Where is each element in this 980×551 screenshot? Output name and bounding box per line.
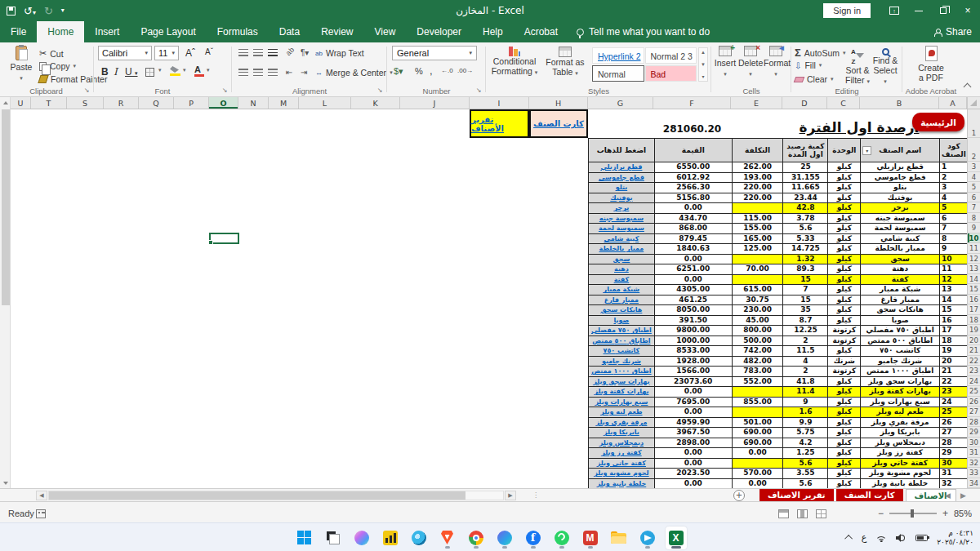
- column-header-L[interactable]: L: [299, 97, 351, 109]
- bold-button[interactable]: B: [99, 66, 111, 78]
- column-header-J[interactable]: J: [400, 97, 470, 109]
- taskbar-icon-whatsapp[interactable]: [551, 527, 572, 549]
- cell-go-link[interactable]: كاتشب ٧٥٠: [588, 346, 654, 357]
- row-header-25[interactable]: 25: [968, 386, 980, 397]
- cell-go-link[interactable]: اطاباق ٥٠٠ ممتص: [588, 336, 654, 347]
- cell-go-link[interactable]: ديمجلاس ويلز: [588, 438, 654, 449]
- row-header-11[interactable]: 11: [968, 243, 980, 254]
- row-header-14[interactable]: 14: [968, 274, 980, 285]
- column-header-T[interactable]: T: [31, 97, 67, 109]
- conditional-formatting-button[interactable]: ConditionalFormatting ▾: [489, 46, 540, 76]
- paste-button[interactable]: Paste▾: [3, 46, 39, 82]
- new-sheet-button[interactable]: +: [733, 490, 745, 501]
- align-top-icon[interactable]: [238, 49, 248, 56]
- scroll-up-icon[interactable]: [0, 97, 11, 108]
- row-header-33[interactable]: 33: [968, 468, 980, 478]
- cut-button[interactable]: ✂Cut: [39, 48, 64, 59]
- item-card-link-cell[interactable]: كارت الصنف: [529, 109, 588, 138]
- increase-indent-icon[interactable]: ⇥: [301, 68, 307, 77]
- insert-cells-button[interactable]: + Insert▾: [713, 46, 737, 78]
- row-header-20[interactable]: 20: [968, 335, 980, 346]
- cell-go-link[interactable]: خلطة بانية ويلز: [588, 479, 654, 489]
- row-header-13[interactable]: 13: [968, 264, 980, 274]
- cell-style-hyperlink-2[interactable]: Hyperlink 2: [592, 47, 644, 64]
- cell-style-normal[interactable]: Normal: [592, 65, 644, 82]
- restore-button[interactable]: [931, 0, 956, 21]
- cell-go-link[interactable]: اطباق ٧٥٠ مفصلي: [588, 326, 654, 336]
- row-header-27[interactable]: 27: [968, 407, 980, 417]
- borders-dropdown-icon[interactable]: ▾: [158, 67, 162, 73]
- row-header-1[interactable]: 1: [968, 109, 980, 138]
- column-header-A[interactable]: A: [939, 97, 967, 109]
- selected-cell[interactable]: [209, 233, 239, 244]
- macro-record-icon[interactable]: [36, 509, 46, 518]
- row-header-10[interactable]: 10: [968, 233, 980, 244]
- sign-in-button[interactable]: Sign in: [823, 3, 871, 18]
- cell-go-link[interactable]: سجق: [588, 255, 654, 265]
- ribbon-tab-acrobat[interactable]: Acrobat: [514, 21, 568, 42]
- row-header-4[interactable]: 4: [968, 172, 980, 183]
- cell-go-link[interactable]: اطباق ١٠٠٠ ممتص: [588, 367, 654, 377]
- taskbar-icon-power-bi[interactable]: [380, 527, 401, 549]
- cell-go-link[interactable]: صويا: [588, 316, 654, 327]
- percent-style-icon[interactable]: %: [415, 66, 423, 76]
- fill-color-dropdown-icon[interactable]: ▾: [183, 67, 186, 73]
- cell-go-link[interactable]: بهارات سجق ويلز: [588, 377, 654, 388]
- ribbon-tab-help[interactable]: Help: [472, 21, 514, 42]
- cell-go-link[interactable]: مرقة بقري ويلز: [588, 418, 654, 429]
- column-header-U[interactable]: U: [11, 97, 31, 109]
- row-header-34[interactable]: 34: [968, 478, 980, 489]
- select-all-corner[interactable]: [967, 97, 980, 109]
- cell-go-link[interactable]: قطع برازيلي: [588, 162, 654, 173]
- zoom-level[interactable]: 85%: [954, 509, 972, 518]
- row-header-32[interactable]: 32: [968, 458, 980, 469]
- grow-font-icon[interactable]: Aˆ: [183, 47, 198, 59]
- cell-go-link[interactable]: قطع جاموسي: [588, 173, 654, 184]
- cell-go-link[interactable]: كفتة حاتي ويلز: [588, 459, 654, 469]
- column-header-N[interactable]: N: [238, 97, 269, 109]
- align-bottom-icon[interactable]: [268, 49, 278, 56]
- row-header-29[interactable]: 29: [968, 427, 980, 438]
- align-middle-icon[interactable]: [253, 49, 263, 56]
- row-header-5[interactable]: 5: [968, 182, 980, 193]
- vertical-scrollbar[interactable]: [0, 97, 11, 488]
- ribbon-tab-developer[interactable]: Developer: [406, 21, 472, 42]
- find-select-button[interactable]: Find &Select ▾: [871, 46, 899, 85]
- column-header-R[interactable]: R: [104, 97, 139, 109]
- autosum-button[interactable]: ΣAutoSum▾: [795, 47, 846, 59]
- cell-go-link[interactable]: سمبوسة جبنه: [588, 214, 654, 224]
- taskbar-icon-file-explorer[interactable]: [608, 527, 630, 549]
- cell-style-bad[interactable]: Bad: [645, 65, 697, 82]
- cell-go-link[interactable]: ممبار بالخلطة: [588, 244, 654, 255]
- tab-splitter-handle[interactable]: ⋮: [532, 491, 536, 500]
- column-header-M[interactable]: M: [269, 97, 299, 109]
- cell-go-link[interactable]: شبكة ممبار: [588, 285, 654, 295]
- column-header-K[interactable]: K: [351, 97, 400, 109]
- column-header-F[interactable]: F: [653, 97, 731, 109]
- taskbar-icon-excel[interactable]: X: [666, 527, 687, 549]
- row-header-28[interactable]: 28: [968, 417, 980, 428]
- collapse-ribbon-icon[interactable]: [964, 83, 972, 91]
- fill-color-icon[interactable]: [170, 66, 180, 76]
- cell-go-link[interactable]: هانكات سجق: [588, 305, 654, 316]
- clock[interactable]: ٠٤:٣١ م ٢٠٢٥/٠٨/٢٠: [937, 529, 973, 547]
- merge-center-button[interactable]: ↔Merge & Center▾: [315, 68, 393, 78]
- increase-decimal-icon[interactable]: ←.0: [441, 67, 453, 74]
- number-dialog-launcher-icon[interactable]: ↘: [474, 87, 483, 95]
- zoom-out-icon[interactable]: −: [878, 508, 884, 519]
- shrink-font-icon[interactable]: Aˇ: [203, 47, 216, 56]
- row-header-2[interactable]: 2: [968, 138, 980, 162]
- row-header-21[interactable]: 21: [968, 345, 980, 356]
- ribbon-tab-page-layout[interactable]: Page Layout: [130, 21, 206, 42]
- delete-cells-button[interactable]: × Delete▾: [738, 46, 763, 78]
- minimize-button[interactable]: [906, 0, 931, 21]
- cell-go-link[interactable]: بوفتيك: [588, 193, 654, 204]
- copy-button[interactable]: Copy ▾: [39, 61, 76, 71]
- align-center-icon[interactable]: [253, 69, 263, 76]
- tab-nav-right-icon[interactable]: ▶: [960, 491, 966, 500]
- normal-view-icon[interactable]: [778, 509, 789, 518]
- ribbon-tab-review[interactable]: Review: [310, 21, 363, 42]
- alignment-dialog-launcher-icon[interactable]: ↘: [376, 87, 384, 95]
- row-header-15[interactable]: 15: [968, 284, 980, 295]
- sort-filter-button[interactable]: AZ Sort &Filter ▾: [844, 46, 871, 85]
